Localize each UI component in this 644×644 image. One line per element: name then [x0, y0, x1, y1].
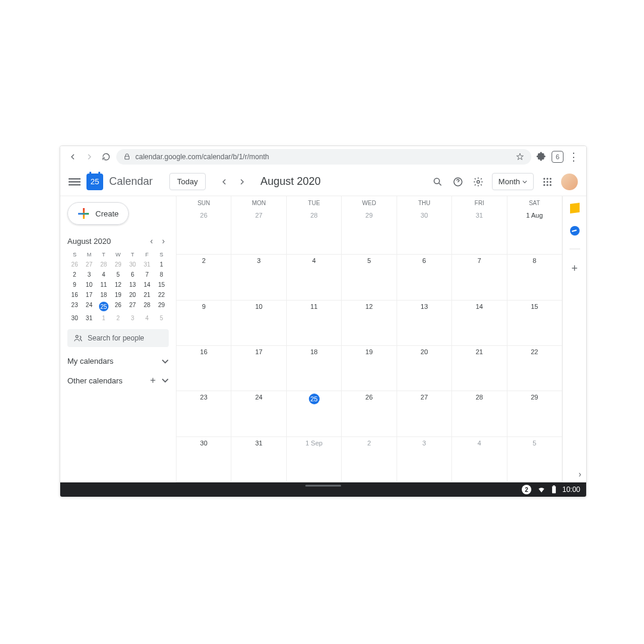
search-people-input[interactable]: Search for people — [67, 329, 169, 347]
add-addon-icon[interactable]: + — [571, 262, 578, 275]
mini-day[interactable]: 27 — [125, 300, 140, 313]
help-icon[interactable] — [451, 175, 465, 188]
prev-month-icon[interactable] — [216, 174, 232, 190]
notification-badge[interactable]: 2 — [522, 485, 531, 494]
day-cell[interactable]: 26 — [177, 209, 231, 255]
mini-day[interactable]: 26 — [67, 259, 82, 270]
mini-day[interactable]: 16 — [67, 290, 82, 300]
day-cell[interactable]: 5 — [507, 437, 562, 482]
mini-day[interactable]: 10 — [82, 280, 96, 290]
my-calendars-section[interactable]: My calendars — [67, 357, 169, 366]
day-cell[interactable]: 22 — [507, 346, 562, 391]
mini-day[interactable]: 4 — [97, 270, 111, 280]
url-bar[interactable]: calendar.google.com/calendar/b/1/r/month — [116, 149, 531, 165]
mini-day[interactable]: 7 — [140, 270, 154, 280]
mini-day[interactable]: 27 — [82, 259, 96, 270]
mini-day[interactable]: 6 — [125, 270, 140, 280]
create-button[interactable]: Create — [67, 202, 129, 225]
day-cell[interactable]: 5 — [342, 255, 397, 300]
mini-next-icon[interactable]: › — [158, 236, 169, 246]
mini-day[interactable]: 4 — [140, 313, 154, 323]
mini-day[interactable]: 8 — [154, 270, 169, 280]
mini-day[interactable]: 31 — [82, 313, 96, 323]
day-cell[interactable]: 2 — [342, 437, 397, 482]
day-cell[interactable]: 25 — [287, 391, 342, 436]
keep-icon[interactable] — [570, 203, 580, 213]
day-cell[interactable]: 16 — [177, 346, 231, 391]
mini-day[interactable]: 23 — [67, 300, 82, 313]
day-cell[interactable]: 3 — [397, 437, 452, 482]
tab-count[interactable]: 6 — [552, 151, 564, 163]
day-cell[interactable]: 31 — [231, 437, 286, 482]
today-button[interactable]: Today — [169, 173, 206, 190]
day-cell[interactable]: 29 — [507, 391, 562, 436]
mini-prev-icon[interactable]: ‹ — [146, 236, 157, 246]
mini-day[interactable]: 5 — [111, 270, 125, 280]
day-cell[interactable]: 21 — [452, 346, 507, 391]
mini-day[interactable]: 22 — [154, 290, 169, 300]
day-cell[interactable]: 15 — [507, 301, 562, 346]
mini-day[interactable]: 1 — [97, 313, 111, 323]
day-cell[interactable]: 14 — [452, 301, 507, 346]
day-cell[interactable]: 27 — [231, 209, 286, 255]
mini-day[interactable]: 1 — [154, 259, 169, 270]
shelf-handle-icon[interactable] — [305, 485, 341, 487]
mini-day[interactable]: 20 — [125, 290, 140, 300]
day-cell[interactable]: 1 Aug — [507, 209, 562, 255]
day-cell[interactable]: 20 — [397, 346, 452, 391]
apps-grid-icon[interactable] — [541, 175, 554, 188]
expand-sidepanel-icon[interactable]: › — [578, 469, 581, 479]
mini-day[interactable]: 30 — [67, 313, 82, 323]
mini-day[interactable]: 5 — [154, 313, 169, 323]
mini-day[interactable]: 26 — [111, 300, 125, 313]
search-icon[interactable] — [431, 175, 444, 188]
mini-day[interactable]: 14 — [140, 280, 154, 290]
mini-day[interactable]: 29 — [154, 300, 169, 313]
avatar[interactable] — [561, 174, 578, 190]
extensions-icon[interactable] — [535, 150, 548, 163]
day-cell[interactable]: 9 — [177, 301, 231, 346]
mini-day[interactable]: 25 — [97, 300, 111, 313]
hamburger-icon[interactable] — [69, 178, 80, 185]
mini-day[interactable]: 3 — [125, 313, 140, 323]
mini-day[interactable]: 30 — [125, 259, 140, 270]
mini-day[interactable]: 2 — [67, 270, 82, 280]
day-cell[interactable]: 28 — [287, 209, 342, 255]
menu-icon[interactable]: ⋮ — [567, 150, 580, 163]
day-cell[interactable]: 12 — [342, 301, 397, 346]
day-cell[interactable]: 29 — [342, 209, 397, 255]
mini-day[interactable]: 28 — [97, 259, 111, 270]
star-icon[interactable] — [516, 153, 524, 161]
day-cell[interactable]: 3 — [231, 255, 286, 300]
mini-day[interactable]: 19 — [111, 290, 125, 300]
day-cell[interactable]: 28 — [452, 391, 507, 436]
mini-day[interactable]: 29 — [111, 259, 125, 270]
day-cell[interactable]: 24 — [231, 391, 286, 436]
mini-day[interactable]: 15 — [154, 280, 169, 290]
back-icon[interactable] — [66, 150, 79, 163]
day-cell[interactable]: 27 — [397, 391, 452, 436]
day-cell[interactable]: 10 — [231, 301, 286, 346]
day-cell[interactable]: 11 — [287, 301, 342, 346]
mini-day[interactable]: 12 — [111, 280, 125, 290]
day-cell[interactable]: 30 — [397, 209, 452, 255]
mini-day[interactable]: 31 — [140, 259, 154, 270]
gear-icon[interactable] — [472, 175, 485, 188]
day-cell[interactable]: 26 — [342, 391, 397, 436]
day-cell[interactable]: 23 — [177, 391, 231, 436]
mini-day[interactable]: 17 — [82, 290, 96, 300]
day-cell[interactable]: 7 — [452, 255, 507, 300]
mini-day[interactable]: 21 — [140, 290, 154, 300]
view-selector[interactable]: Month — [492, 173, 534, 190]
tasks-icon[interactable] — [570, 226, 580, 236]
forward-icon[interactable] — [83, 150, 96, 163]
day-cell[interactable]: 31 — [452, 209, 507, 255]
mini-day[interactable]: 11 — [97, 280, 111, 290]
add-other-calendar-icon[interactable]: + — [150, 375, 156, 386]
day-cell[interactable]: 2 — [177, 255, 231, 300]
battery-icon[interactable] — [552, 485, 556, 494]
day-cell[interactable]: 8 — [507, 255, 562, 300]
day-cell[interactable]: 19 — [342, 346, 397, 391]
next-month-icon[interactable] — [234, 174, 250, 190]
mini-day[interactable]: 24 — [82, 300, 96, 313]
